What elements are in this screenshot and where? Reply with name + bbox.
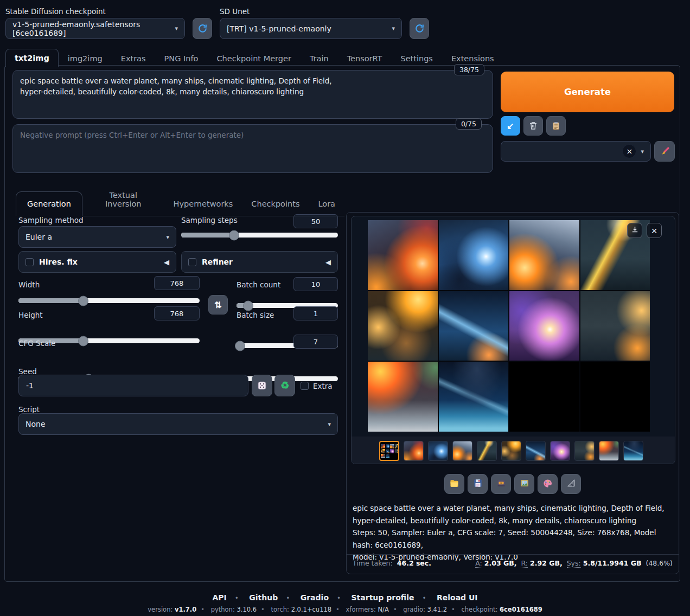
send-to-inpaint-button[interactable] <box>538 474 558 494</box>
result-image[interactable] <box>439 362 509 432</box>
thumbnail[interactable] <box>574 441 595 461</box>
subtab-textual-inversion[interactable]: Textual Inversion <box>82 183 164 216</box>
slider-handle[interactable] <box>235 341 245 351</box>
width-label: Width <box>18 280 40 289</box>
paste-params-button[interactable]: ↙ <box>501 116 520 136</box>
tab-tensorrt[interactable]: TensorRT <box>338 50 392 67</box>
width-slider[interactable] <box>18 298 200 303</box>
thumbnail[interactable] <box>428 441 448 461</box>
unet-select[interactable]: [TRT] v1-5-pruned-emaonly ▾ <box>220 18 402 39</box>
output-actions <box>444 474 581 494</box>
send-to-img2img-button[interactable] <box>514 474 534 494</box>
close-gallery-button[interactable]: × <box>647 223 662 238</box>
footer-link-github[interactable]: Github <box>249 593 278 602</box>
subtab-checkpoints[interactable]: Checkpoints <box>242 192 309 216</box>
slider-handle[interactable] <box>229 230 239 240</box>
result-image[interactable] <box>368 220 438 290</box>
result-image[interactable] <box>368 291 438 361</box>
tab-img2img[interactable]: img2img <box>59 50 112 67</box>
slider-handle[interactable] <box>243 300 253 311</box>
floppy-disk-icon <box>473 478 483 490</box>
script-label: Script <box>18 405 40 414</box>
tab-settings[interactable]: Settings <box>391 50 442 67</box>
seed-input[interactable]: -1 <box>18 375 248 396</box>
bullet: • <box>261 606 265 613</box>
gallery-actions: × <box>627 223 662 238</box>
footer-link-gradio[interactable]: Gradio <box>301 593 329 602</box>
batch-size-value[interactable]: 1 <box>293 306 338 320</box>
checkpoint-select[interactable]: v1-5-pruned-emaonly.safetensors [6ce0161… <box>5 18 185 39</box>
tab-train[interactable]: Train <box>301 50 338 67</box>
footer-link-api[interactable]: API <box>212 593 226 602</box>
tab-txt2img[interactable]: txt2img <box>5 49 59 67</box>
negative-prompt-input[interactable] <box>12 124 493 173</box>
slider-handle[interactable] <box>78 336 88 346</box>
sampling-method-select[interactable]: Euler a ▾ <box>18 226 176 248</box>
save-zip-button[interactable] <box>491 474 511 494</box>
refresh-unet-button[interactable] <box>410 18 429 39</box>
styles-select[interactable]: × ▾ <box>501 141 651 162</box>
hires-fix-checkbox[interactable] <box>25 258 34 266</box>
clear-prompt-button[interactable] <box>523 116 543 136</box>
thumbnail[interactable] <box>599 441 619 461</box>
clear-styles-icon[interactable]: × <box>622 144 636 158</box>
refresh-icon <box>197 23 208 34</box>
thumbnail[interactable] <box>404 441 424 461</box>
mem-r-value: 2.92 GB, <box>530 559 563 567</box>
result-image[interactable] <box>580 291 650 361</box>
result-image[interactable] <box>509 291 579 361</box>
result-image-grid[interactable] <box>368 220 650 432</box>
result-image[interactable] <box>439 291 509 361</box>
sampling-method-label: Sampling method <box>18 216 84 224</box>
prompt-input[interactable]: epic space battle over a water planet, m… <box>12 70 493 119</box>
swap-dimensions-button[interactable]: ⇅ <box>208 295 228 315</box>
thumbnail[interactable] <box>550 441 570 461</box>
bullet: • <box>201 606 205 613</box>
height-value[interactable]: 768 <box>154 306 200 320</box>
script-select[interactable]: None ▾ <box>18 413 338 435</box>
hires-fix-card[interactable]: Hires. fix ◀ <box>18 251 176 273</box>
tab-extras[interactable]: Extras <box>112 50 155 67</box>
dice-icon <box>257 381 267 390</box>
thumbnail[interactable] <box>477 441 497 461</box>
refresh-checkpoint-button[interactable] <box>193 18 212 39</box>
open-folder-button[interactable] <box>444 474 464 494</box>
subtab-lora[interactable]: Lora <box>309 192 344 216</box>
extra-seed-checkbox[interactable] <box>301 382 309 390</box>
generate-button[interactable]: Generate <box>501 72 674 112</box>
tab-checkpoint-merger[interactable]: Checkpoint Merger <box>207 50 300 67</box>
thumbnail[interactable] <box>623 441 643 461</box>
thumbnail[interactable] <box>526 441 546 461</box>
sampling-steps-slider[interactable] <box>181 233 338 238</box>
subtab-hypernetworks[interactable]: Hypernetworks <box>164 192 242 216</box>
edit-styles-button[interactable] <box>654 141 675 162</box>
download-image-button[interactable] <box>627 223 642 238</box>
random-seed-button[interactable] <box>252 375 272 396</box>
slider-handle[interactable] <box>78 296 88 306</box>
refiner-card[interactable]: Refiner ◀ <box>181 251 338 273</box>
thumbnail-grid-selected[interactable] <box>379 441 399 461</box>
batch-count-value[interactable]: 10 <box>293 277 338 291</box>
cfg-scale-value[interactable]: 7 <box>293 335 338 349</box>
subtab-generation[interactable]: Generation <box>16 191 82 216</box>
thumbnail[interactable] <box>452 441 472 461</box>
thumbnail[interactable] <box>501 441 521 461</box>
refiner-checkbox[interactable] <box>188 258 196 266</box>
prompt-token-counter: 38/75 <box>454 64 484 75</box>
result-image[interactable] <box>439 220 509 290</box>
footer-link-startup-profile[interactable]: Startup profile <box>352 593 414 602</box>
footer-link-reload-ui[interactable]: Reload UI <box>437 593 478 602</box>
collapse-left-icon[interactable]: ◀ <box>325 258 331 266</box>
triangle-ruler-icon <box>566 478 576 490</box>
save-image-button[interactable] <box>468 474 488 494</box>
collapse-left-icon[interactable]: ◀ <box>164 258 169 266</box>
extra-networks-button[interactable] <box>546 116 566 136</box>
tab-png-info[interactable]: PNG Info <box>155 50 208 67</box>
send-to-extras-button[interactable] <box>561 474 581 494</box>
reuse-seed-button[interactable]: ♻ <box>274 375 295 396</box>
bullet: • <box>286 594 290 602</box>
width-value[interactable]: 768 <box>154 276 200 290</box>
bullet: • <box>422 594 426 602</box>
result-image[interactable] <box>368 362 438 432</box>
result-image[interactable] <box>509 220 579 290</box>
